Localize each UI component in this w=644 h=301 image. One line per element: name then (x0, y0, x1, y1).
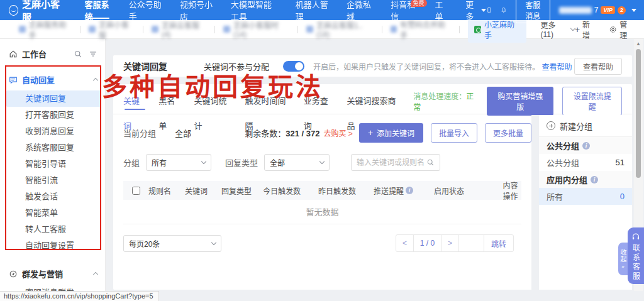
main-card: 关键词 黑名单 关键词统计 触发时间间隔 业务查询 关键词搜索商品 消息处理速度… (113, 84, 632, 290)
nav-item-video-shop[interactable]: 视频号小店 (180, 0, 214, 20)
user-menu[interactable]: 7 VIP 2 (559, 6, 636, 14)
content-tabs: 关键词 黑名单 关键词统计 触发时间间隔 业务查询 关键词搜索商品 消息处理速度… (113, 84, 632, 114)
brand-name: 芝麻小客服 (22, 0, 63, 23)
workspace-tab-blurred-5[interactable]: 芝麻云客服1..(18) (306, 19, 373, 39)
workspace-tab-blurred-4[interactable]: 芝麻小客服时(14) (223, 19, 289, 39)
keyword-search-input[interactable] (357, 158, 426, 167)
buy-marketing-button[interactable]: 购买营销增强版 (487, 87, 553, 116)
circle-plus-icon (547, 121, 555, 130)
page-size-select[interactable]: 每页20条 (123, 235, 221, 252)
rate-limit-alert-button[interactable]: 设置限流提醒 (562, 87, 622, 116)
sidebar-item-smart-traffic[interactable]: 智能引流 (6, 172, 101, 189)
more-batch-button[interactable]: 更多批量 (485, 123, 531, 143)
tab-keyword-stats[interactable]: 关键词统计 (194, 89, 233, 114)
group-name: 公共分组 (547, 156, 579, 168)
sidebar-group-auto-reply[interactable]: 自动回复 (0, 68, 105, 90)
reply-type-filter-select[interactable]: 全部 (264, 154, 330, 171)
group-row-all[interactable]: 所有 0 (539, 188, 632, 205)
toolbar-right: 剩余条数：321 / 372 去购买 > 添加关键词 批量导入 更多批量 (245, 123, 531, 143)
sidebar-item-smart-menu[interactable]: 智能菜单 (6, 205, 101, 221)
main-area: 多种自动回复玩法 关键词回复 关键词不参与分配 开启后，如果用户只触发了关键词回… (106, 39, 644, 301)
sidebar-item-to-human-agent[interactable]: 转人工客服 (6, 221, 101, 238)
tab-blacklist[interactable]: 黑名单 (158, 89, 182, 114)
tab-keyword[interactable]: 关键词 (123, 89, 147, 114)
tab-business-query[interactable]: 业务查询 (304, 89, 335, 114)
sidebar-item-auto-reply-settings[interactable]: 自动回复设置 (6, 238, 101, 254)
sidebar-item-smart-guide[interactable]: 智能引导语 (6, 156, 101, 172)
scrollbar-thumb[interactable] (636, 49, 641, 178)
workspace-header: 工作台 (0, 39, 105, 66)
workspace-title: 工作台 (22, 48, 47, 60)
keyword-distribution-toggle[interactable] (283, 61, 304, 72)
toggle-label: 关键词不参与分配 (204, 60, 269, 72)
sidebar-item-open-service-reply[interactable]: 打开客服回复 (6, 107, 101, 123)
nav-item-service-system[interactable]: 客服系统 (85, 0, 112, 20)
nav-item-official-account[interactable]: 公众号助手 (129, 0, 163, 20)
nav-item-ticket[interactable]: 工单 (435, 0, 449, 20)
search-icon[interactable] (426, 158, 435, 167)
contact-support-widget[interactable]: 联系客服 (628, 227, 644, 284)
panel-gap (531, 115, 539, 290)
select-all-checkbox[interactable] (132, 187, 140, 195)
toolbar: 当前分组 全部 剩余条数：321 / 372 去购买 > 添加关键词 批量导入 … (113, 114, 531, 150)
nav-item-more[interactable]: 更多 (465, 0, 486, 20)
hint-help-link[interactable]: 查看帮助 (541, 63, 572, 72)
go-buy-link[interactable]: 去购买 > (323, 128, 352, 138)
filter-list-icon[interactable] (89, 50, 97, 58)
info-icon[interactable]: i (582, 142, 590, 150)
sidebar-item-system-service-reply[interactable]: 系统客服回复 (6, 140, 101, 156)
column-enable-status: 启用状态 (434, 185, 499, 196)
sidebar-group-label: 群发与营销 (22, 268, 63, 280)
search-icon[interactable] (74, 50, 82, 58)
remaining-count: 剩余条数：321 / 372 (245, 127, 319, 139)
group-filter-label: 分组 (123, 156, 140, 168)
username-suffix: 7 (594, 6, 599, 14)
group-filter-select[interactable]: 所有 (146, 154, 211, 171)
add-keyword-button[interactable]: 添加关键词 (359, 123, 423, 143)
sidebar-item-received-message-reply[interactable]: 收到消息回复 (6, 123, 101, 140)
column-rule-name: 规则名 (148, 185, 185, 196)
bell-icon[interactable] (501, 5, 507, 15)
collapse-widget-button[interactable]: 收起 » (618, 243, 628, 275)
tab-trigger-interval[interactable]: 触发时间间隔 (245, 89, 291, 114)
nav-item-robot-manage[interactable]: 机器人管理 (296, 0, 330, 20)
top-nav: 芝麻小客服 客服系统 公众号助手 视频号小店 大模型智能工具 机器人管理 企微私… (0, 0, 644, 20)
service-message-button[interactable]: 客服消息 (516, 0, 550, 23)
prev-page-button[interactable]: < (396, 235, 414, 251)
next-page-button[interactable]: > (441, 235, 459, 251)
nav-item-wecom[interactable]: 企微私域 (347, 0, 374, 20)
current-group-value[interactable]: 全部 (175, 127, 191, 139)
group-filter-value: 所有 (152, 157, 167, 168)
contact-support-label: 联系客服 (631, 244, 641, 282)
group-row-public[interactable]: 公共分组 51 (539, 154, 632, 171)
tab-keyword-search-product[interactable]: 关键词搜索商品 (347, 89, 401, 114)
sidebar-group-marketing[interactable]: 群发与营销 (0, 263, 105, 285)
nav-item-llm-tools[interactable]: 大模型智能工具 (231, 0, 279, 20)
workspace-tab-label: 芝麻云客服1..(18) (316, 19, 374, 39)
mobile-icon[interactable] (486, 5, 492, 15)
page-jump-button[interactable]: 跳转 (484, 235, 513, 251)
home-icon (9, 50, 18, 58)
empty-state: 暂无数据 (123, 200, 521, 224)
separator (297, 26, 298, 33)
public-groups-section-header: 公共分组 i (539, 137, 632, 154)
caret-down-icon (481, 9, 486, 12)
sidebar-item-keyword-reply[interactable]: 关键词回复 (6, 90, 101, 107)
filter-bar: 分组 所有 回复类型 全部 (113, 150, 531, 173)
batch-import-button[interactable]: 批量导入 (431, 123, 477, 143)
view-help-button[interactable]: 查看帮助 (574, 58, 622, 75)
headset-icon (631, 233, 640, 241)
sidebar-item-trigger-session[interactable]: 触发会话 (6, 189, 101, 205)
brand[interactable]: 芝麻小客服 (9, 0, 64, 23)
scrollbar-up-arrow[interactable]: ▲ (634, 39, 643, 48)
workspace-tab-blurred-3[interactable]: 芝麻云客服(4) (152, 19, 206, 39)
page-jump-input[interactable] (459, 235, 484, 251)
new-group-button[interactable]: 新建分组 (539, 115, 632, 137)
chevron-down-icon (201, 159, 206, 164)
info-icon[interactable]: i (406, 187, 413, 194)
chevron-down-icon (211, 239, 216, 244)
info-icon[interactable]: i (591, 176, 598, 183)
app-green-icon (474, 26, 481, 33)
separator (459, 26, 460, 33)
nav-item-douyin-dm[interactable]: 抖音私信 免费 (391, 0, 418, 20)
